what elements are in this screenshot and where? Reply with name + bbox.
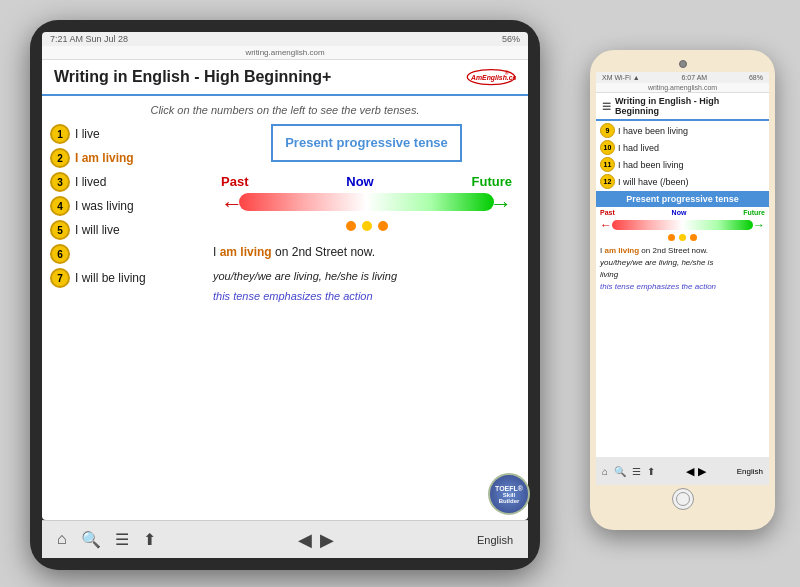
phone-verb-item-11[interactable]: 11 I had been living bbox=[600, 157, 765, 172]
phone-tense-note: this tense emphasizes the action bbox=[600, 282, 716, 291]
phone-example: I am living on 2nd Street now. you/they/… bbox=[596, 243, 769, 295]
phone-next-button[interactable]: ▶ bbox=[698, 465, 706, 478]
phone-verb-text-10: I had lived bbox=[618, 143, 659, 153]
phone-arrow-right-icon: → bbox=[753, 218, 765, 232]
verb-item-7[interactable]: 7 I will be living bbox=[50, 268, 205, 288]
phone-camera bbox=[679, 60, 687, 68]
phone-top-bar bbox=[596, 60, 769, 68]
prev-button[interactable]: ◀ bbox=[298, 529, 312, 551]
phone-timeline-bar bbox=[612, 220, 753, 230]
phone-timeline-section: Past Now Future ← → bbox=[596, 207, 769, 243]
phone-home-inner bbox=[676, 492, 690, 506]
badge-6[interactable]: 6 bbox=[50, 244, 70, 264]
phone-prev-button[interactable]: ◀ bbox=[686, 465, 694, 478]
tablet: 7:21 AM Sun Jul 28 56% writing.amenglish… bbox=[30, 20, 540, 570]
phone-verb-item-9[interactable]: 9 I have been living bbox=[600, 123, 765, 138]
phone-home-icon[interactable]: ⌂ bbox=[602, 466, 608, 477]
tablet-header: Writing in English - High Beginning+ AmE… bbox=[42, 60, 528, 96]
badge-5[interactable]: 5 bbox=[50, 220, 70, 240]
verb-item-5[interactable]: 5 I will live bbox=[50, 220, 205, 240]
example-text: I am living on 2nd Street now. bbox=[213, 243, 520, 262]
phone-timeline-labels: Past Now Future bbox=[600, 209, 765, 216]
phone-dot-2 bbox=[679, 234, 686, 241]
timeline-bar bbox=[239, 193, 494, 211]
toefl-badge: TOEFL® Skill Builder bbox=[488, 473, 530, 515]
phone-nav-bar: ⌂ 🔍 ☰ ⬆ ◀ ▶ English bbox=[596, 457, 769, 485]
search-icon[interactable]: 🔍 bbox=[81, 530, 101, 549]
verb-item-6[interactable]: 6 bbox=[50, 244, 205, 264]
phone-verb-text-9: I have been living bbox=[618, 126, 688, 136]
phone-time: 6:07 AM bbox=[681, 74, 707, 81]
timeline-labels: Past Now Future bbox=[221, 174, 512, 189]
verb-item-1[interactable]: 1 I live bbox=[50, 124, 205, 144]
phone-search-icon[interactable]: 🔍 bbox=[614, 466, 626, 477]
phone-list-icon[interactable]: ☰ bbox=[632, 466, 641, 477]
badge-3[interactable]: 3 bbox=[50, 172, 70, 192]
nav-lang: English bbox=[477, 534, 513, 546]
phone-screen: ☰ Writing in English - High Beginning 9 … bbox=[596, 93, 769, 457]
phone-share-icon[interactable]: ⬆ bbox=[647, 466, 655, 477]
phone-verb-item-10[interactable]: 10 I had lived bbox=[600, 140, 765, 155]
phone-network: XM Wi-Fi ▲ bbox=[602, 74, 640, 81]
phone-am-living-text: am living bbox=[604, 246, 639, 255]
phone-nav-lang: English bbox=[737, 467, 763, 476]
phone-badge-10[interactable]: 10 bbox=[600, 140, 615, 155]
tense-box: Present progressive tense bbox=[271, 124, 462, 162]
verb-text-4: I was living bbox=[75, 199, 134, 213]
tablet-status-bar: 7:21 AM Sun Jul 28 56% bbox=[42, 32, 528, 46]
next-button[interactable]: ▶ bbox=[320, 529, 334, 551]
phone-label-past: Past bbox=[600, 209, 615, 216]
phone-badge-12[interactable]: 12 bbox=[600, 174, 615, 189]
badge-1[interactable]: 1 bbox=[50, 124, 70, 144]
instruction-bar: Click on the numbers on the left to see … bbox=[50, 104, 520, 116]
phone-title: Writing in English - High Beginning bbox=[615, 96, 763, 116]
verb-item-3[interactable]: 3 I lived bbox=[50, 172, 205, 192]
phone-arrow-left-icon: ← bbox=[600, 218, 612, 232]
tablet-screen: Writing in English - High Beginning+ AmE… bbox=[42, 60, 528, 520]
amenglish-logo: AmEnglish.com ® bbox=[466, 66, 516, 88]
phone-home-button[interactable] bbox=[672, 488, 694, 510]
list-icon[interactable]: ☰ bbox=[115, 530, 129, 549]
dot-2 bbox=[362, 221, 372, 231]
svg-text:AmEnglish.com: AmEnglish.com bbox=[470, 74, 516, 82]
nav-arrows: ◀ ▶ bbox=[298, 529, 334, 551]
phone-badge-9[interactable]: 9 bbox=[600, 123, 615, 138]
share-icon[interactable]: ⬆ bbox=[143, 530, 156, 549]
phone-status-bar: XM Wi-Fi ▲ 6:07 AM 68% bbox=[596, 72, 769, 83]
verb-list: 1 I live 2 I am living 3 I lived 4 bbox=[50, 124, 205, 512]
am-living-text: am living bbox=[220, 245, 272, 259]
timeline-dots bbox=[221, 221, 512, 231]
phone-badge-11[interactable]: 11 bbox=[600, 157, 615, 172]
dot-3 bbox=[378, 221, 388, 231]
tablet-content: Click on the numbers on the left to see … bbox=[42, 96, 528, 520]
phone-verb-text-11: I had been living bbox=[618, 160, 684, 170]
main-area: 1 I live 2 I am living 3 I lived 4 bbox=[50, 124, 520, 512]
phone-nav-arrows: ◀ ▶ bbox=[686, 465, 706, 478]
badge-2[interactable]: 2 bbox=[50, 148, 70, 168]
tablet-title: Writing in English - High Beginning+ bbox=[54, 68, 331, 86]
phone-verb-list: 9 I have been living 10 I had lived 11 I… bbox=[596, 121, 769, 191]
label-now: Now bbox=[346, 174, 373, 189]
tense-note: this tense emphasizes the action bbox=[213, 290, 520, 302]
verb-text-7: I will be living bbox=[75, 271, 146, 285]
verb-text-1: I live bbox=[75, 127, 100, 141]
home-icon[interactable]: ⌂ bbox=[57, 530, 67, 549]
svg-text:®: ® bbox=[505, 70, 509, 76]
verb-item-4[interactable]: 4 I was living bbox=[50, 196, 205, 216]
tablet-battery: 56% bbox=[502, 34, 520, 44]
toefl-text: TOEFL® bbox=[495, 485, 523, 492]
badge-7[interactable]: 7 bbox=[50, 268, 70, 288]
phone-menu-icon[interactable]: ☰ bbox=[602, 101, 611, 112]
phone-verb-text-12: I will have (/been) bbox=[618, 177, 689, 187]
label-past: Past bbox=[221, 174, 248, 189]
verb-text-2: I am living bbox=[75, 151, 134, 165]
phone-verb-item-12[interactable]: 12 I will have (/been) bbox=[600, 174, 765, 189]
phone-browser-bar: writing.amenglish.com bbox=[596, 83, 769, 93]
phone: XM Wi-Fi ▲ 6:07 AM 68% writing.amenglish… bbox=[590, 50, 775, 530]
tablet-time: 7:21 AM Sun Jul 28 bbox=[50, 34, 128, 44]
verb-item-2[interactable]: 2 I am living bbox=[50, 148, 205, 168]
badge-4[interactable]: 4 bbox=[50, 196, 70, 216]
phone-dot-1 bbox=[668, 234, 675, 241]
timeline-gradient bbox=[239, 193, 494, 211]
verb-text-3: I lived bbox=[75, 175, 106, 189]
